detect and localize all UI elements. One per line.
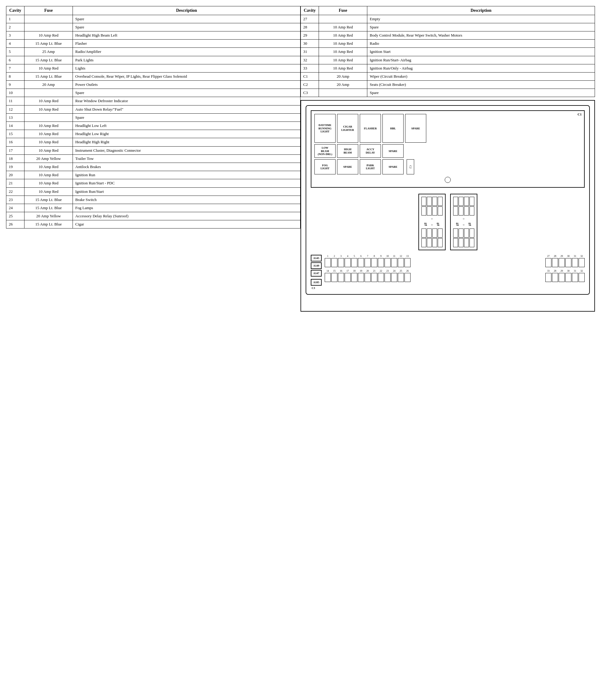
table-row: 2520 Amp YellowAccessory Delay Relay (Su…: [6, 212, 301, 220]
fuse-cell: [24, 113, 73, 122]
fuse-cell: 10 Amp Red: [24, 179, 73, 188]
desc-cell: Spare: [367, 89, 595, 97]
table-row: 525 AmpRadio/Amplifier: [6, 48, 301, 56]
desc-cell: Spare: [73, 89, 301, 97]
table-row: 2910 Amp RedBody Control Module, Rear Wi…: [301, 31, 595, 39]
fuse-cell: 15 Amp Lt. Blue: [24, 204, 73, 212]
cavity-cell: C3: [301, 89, 319, 97]
table-row: C3Spare: [301, 89, 595, 97]
left-fuse-table: Cavity Fuse Description 1Spare2Spare310 …: [6, 6, 301, 228]
desc-cell: Instrument Cluster, Diagnostic Connector: [73, 146, 301, 154]
fuse-fog-light: FOGLIGHT: [315, 159, 335, 174]
table-row: 10Spare: [6, 89, 301, 97]
desc-cell: Brake Switch: [73, 196, 301, 204]
desc-cell: Spare: [73, 113, 301, 122]
desc-cell: Ignition Start: [367, 48, 595, 56]
fuse-cell: 10 Amp Red: [24, 162, 73, 171]
right-header-desc: Description: [367, 6, 595, 15]
fuse-spare-right-tall: SPARE: [405, 114, 426, 143]
desc-cell: Headlight High Right: [73, 138, 301, 146]
desc-cell: Headlight Low Right: [73, 130, 301, 138]
fuse-cell: 20 Amp Yellow: [24, 212, 73, 220]
c3-label: C3: [312, 286, 322, 290]
cavity-cell: 5: [6, 48, 24, 56]
table-row: 1Spare: [6, 15, 301, 23]
cavity-cell: C2: [301, 81, 319, 89]
fuse-cell: 10 Amp Red: [319, 31, 367, 39]
left-header-desc: Description: [73, 6, 301, 15]
fuse-cell: 20 Amp: [319, 81, 367, 89]
table-row: 1510 Amp RedHeadlight Low Right: [6, 130, 301, 138]
fuse-spare-row3-2: SPARE: [382, 159, 404, 174]
cavity-cell: 12: [6, 105, 24, 113]
table-row: 2810 Amp RedSpare: [301, 23, 595, 31]
cavity-cell: 23: [6, 196, 24, 204]
table-row: 615 Amp Lt. BluePark Lights: [6, 56, 301, 64]
desc-cell: Radio/Amplifier: [73, 48, 301, 56]
fuse-cell: 15 Amp Lt. Blue: [24, 72, 73, 80]
table-row: 2110 Amp RedIgnition Run/Start - PDC: [6, 179, 301, 188]
cavity-cell: 28: [301, 23, 319, 31]
cavity-cell: 22: [6, 188, 24, 196]
cavity-cell: 2: [6, 23, 24, 31]
fuse-flasher: FLASHER: [360, 114, 381, 143]
fuse-cell: 10 Amp Red: [319, 64, 367, 72]
right-header-fuse: Fuse: [319, 6, 367, 15]
fuse-park-light: PARKLIGHT: [360, 159, 381, 174]
table-row: 27Empty: [301, 15, 595, 23]
desc-cell: Auto Shut Down Relay/"Fuel": [73, 105, 301, 113]
fuse-cell: 10 Amp Red: [319, 56, 367, 64]
left-header-fuse: Fuse: [24, 6, 73, 15]
fuse-cell: 10 Amp Red: [24, 188, 73, 196]
top-fuse-box: C1 DAYTIMERUNNINGLIGHT CIGARLIGHTER FLAS…: [311, 110, 585, 188]
cavity-cell: 16: [6, 138, 24, 146]
fuse-cell: 10 Amp Red: [24, 130, 73, 138]
table-row: 920 AmpPower Outlets: [6, 81, 301, 89]
table-row: 1110 Amp RedRear Window Defroster Indica…: [6, 97, 301, 105]
table-row: 1210 Amp RedAuto Shut Down Relay/"Fuel": [6, 105, 301, 113]
fuse-cell: 20 Amp: [24, 81, 73, 89]
desc-cell: Overhead Console, Rear Wiper, IP Lights,…: [73, 72, 301, 80]
cavity-cell: 13: [6, 113, 24, 122]
right-header-cavity: Cavity: [301, 6, 319, 15]
table-row: 1610 Amp RedHeadlight High Right: [6, 138, 301, 146]
table-row: 1710 Amp RedInstrument Cluster, Diagnost…: [6, 146, 301, 154]
table-row: 710 Amp RedLights: [6, 64, 301, 72]
desc-cell: Fog Lamps: [73, 204, 301, 212]
desc-cell: Ignition Run: [73, 171, 301, 179]
cavity-cell: 18: [6, 154, 24, 162]
cavity-cell: 25: [6, 212, 24, 220]
desc-cell: Lights: [73, 64, 301, 72]
desc-cell: Empty: [367, 15, 595, 23]
desc-cell: Flasher: [73, 40, 301, 48]
table-row: 3210 Amp RedIgnition Run/Start- Airbag: [301, 56, 595, 64]
fuse-cell: 10 Amp Red: [24, 171, 73, 179]
fuse-daytime-running: DAYTIMERUNNINGLIGHT: [315, 114, 335, 143]
cavity-cell: 14: [6, 122, 24, 130]
cavity-cell: 11: [6, 97, 24, 105]
table-row: 3110 Amp RedIgnition Start: [301, 48, 595, 56]
fuse-cell: [24, 23, 73, 31]
left-header-cavity: Cavity: [6, 6, 24, 15]
fuse-spare-row2: SPARE: [382, 144, 404, 158]
fuse-cell: [24, 15, 73, 23]
cavity-cell: 4: [6, 40, 24, 48]
desc-cell: Cigar: [73, 220, 301, 228]
table-row: C220 AmpSeats (Circuit Breaker): [301, 81, 595, 89]
fuse-cell: 10 Amp Red: [24, 105, 73, 113]
table-row: 1410 Amp RedHeadlight Low Left: [6, 122, 301, 130]
fuse-hbl: HBL: [382, 114, 404, 143]
desc-cell: Ignition Run/Only - Airbag: [367, 64, 595, 72]
table-row: 2010 Amp RedIgnition Run: [6, 171, 301, 179]
right-fuse-table: Cavity Fuse Description 27Empty2810 Amp …: [301, 6, 595, 97]
fuse-cell: 15 Amp Lt. Blue: [24, 40, 73, 48]
table-row: 1820 Amp YellowTrailer Tow: [6, 154, 301, 162]
cavity-cell: 6: [6, 56, 24, 64]
cavity-cell: 20: [6, 171, 24, 179]
desc-cell: Ignition Run/Start: [73, 188, 301, 196]
connector-a147: A147: [311, 270, 322, 277]
desc-cell: Seats (Circuit Breaker): [367, 81, 595, 89]
table-row: 2415 Amp Lt. BlueFog Lamps: [6, 204, 301, 212]
cavity-cell: 19: [6, 162, 24, 171]
fuse-cell: [319, 15, 367, 23]
